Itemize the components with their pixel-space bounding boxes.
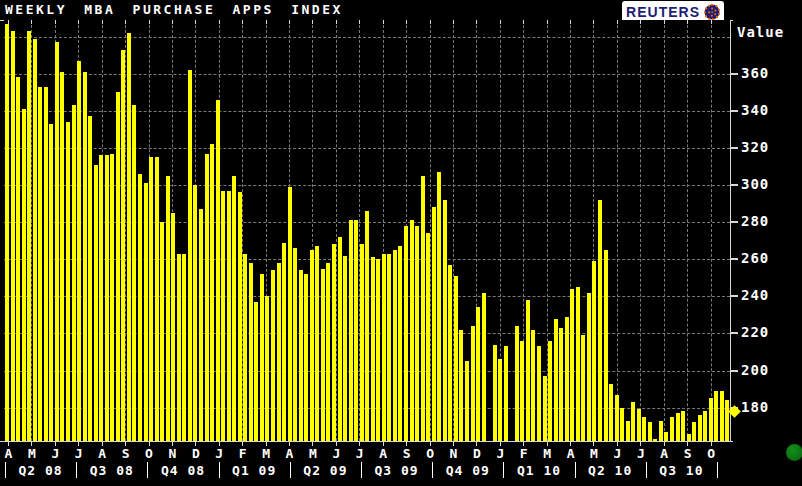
bottom-month-tick xyxy=(711,442,712,446)
h-gridline xyxy=(4,37,730,38)
bar xyxy=(565,317,569,441)
bar xyxy=(110,154,114,441)
v-gridline xyxy=(711,20,712,441)
bar xyxy=(615,395,619,441)
bar xyxy=(360,244,364,441)
quarter-label: Q1 10 xyxy=(517,463,561,478)
bar xyxy=(443,200,447,441)
bar xyxy=(277,263,281,441)
bar xyxy=(88,116,92,441)
bar xyxy=(265,296,269,441)
month-label: N xyxy=(450,446,458,461)
month-label: A xyxy=(98,446,106,461)
bar xyxy=(38,87,42,441)
page-title: WEEKLY MBA PURCHASE APPS INDEX xyxy=(5,2,343,17)
h-gridline xyxy=(4,74,730,75)
bottom-month-tick xyxy=(476,442,477,446)
reuters-logo-text: REUTERS xyxy=(626,4,700,20)
v-gridline xyxy=(687,20,688,441)
bar xyxy=(543,376,547,441)
bar xyxy=(620,408,624,441)
quarter-separator xyxy=(717,462,718,478)
y-axis-tick xyxy=(731,184,738,186)
bar xyxy=(33,39,37,441)
bar xyxy=(376,259,380,441)
bottom-month-tick xyxy=(289,442,290,446)
bar xyxy=(465,361,469,441)
top-month-tick xyxy=(78,20,79,24)
v-gridline xyxy=(617,20,618,441)
month-label: J xyxy=(496,446,504,461)
bar xyxy=(44,87,48,441)
bar xyxy=(387,254,391,441)
bar xyxy=(421,176,425,441)
month-label: O xyxy=(426,446,434,461)
bar xyxy=(703,411,707,441)
quarter-separator xyxy=(503,462,504,478)
top-month-tick xyxy=(125,20,126,24)
bar xyxy=(105,155,109,441)
bar xyxy=(626,421,630,441)
bottom-month-tick xyxy=(102,442,103,446)
top-month-tick xyxy=(453,20,454,24)
y-axis-tick xyxy=(731,258,738,260)
bar xyxy=(559,328,563,441)
month-label: O xyxy=(145,446,153,461)
bar xyxy=(648,422,652,441)
bar xyxy=(570,289,574,441)
top-month-tick xyxy=(476,20,477,24)
bar xyxy=(692,422,696,441)
quarter-separator xyxy=(575,462,576,478)
bar xyxy=(205,154,209,441)
quarter-label: Q3 08 xyxy=(90,463,134,478)
bar xyxy=(243,254,247,441)
v-gridline xyxy=(640,20,641,441)
bar xyxy=(293,248,297,441)
bar xyxy=(99,155,103,441)
bar xyxy=(659,421,663,441)
top-month-tick xyxy=(523,20,524,24)
bar xyxy=(343,256,347,441)
bar xyxy=(22,109,26,441)
bottom-month-tick xyxy=(500,442,501,446)
bar xyxy=(371,257,375,441)
y-axis-label: 340 xyxy=(741,102,769,118)
bar xyxy=(681,411,685,441)
month-label: J xyxy=(637,446,645,461)
bar xyxy=(504,346,508,441)
top-month-tick xyxy=(336,20,337,24)
h-gridline xyxy=(4,148,730,149)
y-axis-tick xyxy=(731,147,738,149)
bar xyxy=(5,24,9,441)
bar xyxy=(432,207,436,441)
month-label: A xyxy=(660,446,668,461)
bar xyxy=(498,359,502,441)
y-axis-label: 200 xyxy=(741,362,769,378)
h-gridline xyxy=(4,111,730,112)
top-month-tick xyxy=(500,20,501,24)
bottom-month-tick xyxy=(336,442,337,446)
bar xyxy=(155,157,159,441)
top-month-tick xyxy=(547,20,548,24)
bar xyxy=(349,220,353,441)
bar xyxy=(482,293,486,441)
bottom-month-tick xyxy=(687,442,688,446)
bottom-month-tick xyxy=(8,442,9,446)
bar xyxy=(66,122,70,441)
bottom-month-tick xyxy=(640,442,641,446)
top-month-tick xyxy=(430,20,431,24)
y-axis-tick xyxy=(731,73,738,75)
bar xyxy=(493,345,497,441)
month-label: J xyxy=(75,446,83,461)
month-label: J xyxy=(51,446,59,461)
bar xyxy=(260,274,264,441)
y-axis-tick xyxy=(731,221,738,223)
bar xyxy=(426,233,430,441)
month-label: D xyxy=(192,446,200,461)
bar xyxy=(609,384,613,441)
bar xyxy=(49,124,53,441)
quarter-separator xyxy=(76,462,77,478)
bar xyxy=(476,307,480,441)
bar xyxy=(299,270,303,441)
bottom-month-tick xyxy=(55,442,56,446)
